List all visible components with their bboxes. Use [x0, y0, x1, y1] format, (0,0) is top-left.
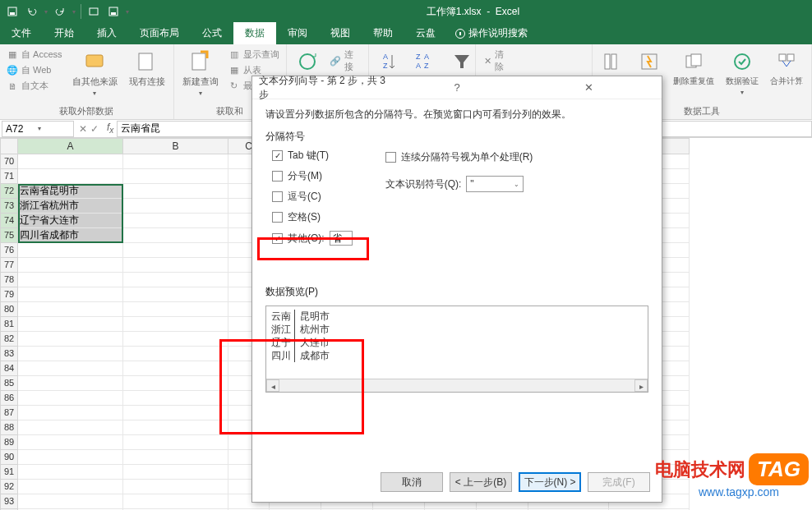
row-header[interactable]: 81 — [0, 317, 18, 332]
svg-rect-4 — [111, 12, 116, 15]
redo-icon[interactable] — [53, 4, 67, 19]
cancel-edit-icon[interactable]: ✕ — [79, 123, 87, 135]
consolidate[interactable]: 合并计算 — [767, 48, 806, 89]
row-header[interactable]: 78 — [0, 273, 18, 287]
undo-icon[interactable] — [25, 4, 39, 19]
chk-tab[interactable]: Tab 键(T) — [272, 149, 353, 163]
row-header[interactable]: 88 — [0, 420, 18, 435]
checkbox-icon — [272, 150, 283, 161]
existing-connections[interactable]: 现有连接 — [126, 48, 168, 90]
from-text[interactable]: 🗎自文本 — [5, 79, 64, 93]
help-button[interactable]: ? — [391, 81, 524, 94]
chk-comma[interactable]: 逗号(C) — [272, 190, 353, 204]
fx-icon[interactable]: fx — [104, 122, 117, 135]
confirm-edit-icon[interactable]: ✓ — [90, 123, 99, 135]
tab-layout[interactable]: 页面布局 — [128, 22, 191, 44]
tab-file[interactable]: 文件 — [0, 22, 43, 44]
tab-insert[interactable]: 插入 — [85, 22, 128, 44]
row-header[interactable]: 72 — [0, 184, 18, 199]
undo-dropdown-icon[interactable]: ▾ — [44, 8, 48, 16]
chk-other[interactable]: 其他(O): — [272, 231, 353, 246]
preview-scrollbar[interactable]: ◂ ▸ — [266, 379, 648, 392]
from-access[interactable]: ▦自 Access — [5, 48, 64, 62]
other-sources[interactable]: 自其他来源▾ — [69, 48, 121, 99]
tab-formulas[interactable]: 公式 — [191, 22, 233, 44]
qat-btn-2[interactable] — [106, 4, 121, 19]
row-headers: 7071727374757677787980818283848586878889… — [0, 138, 18, 510]
row-header[interactable]: 71 — [0, 169, 18, 184]
row-header[interactable]: 77 — [0, 258, 18, 273]
flash-fill[interactable] — [634, 48, 665, 76]
tab-help[interactable]: 帮助 — [362, 22, 404, 44]
sort-az-icon: AZ — [377, 49, 402, 74]
row-header[interactable]: 86 — [0, 391, 18, 406]
svg-rect-22 — [787, 54, 794, 61]
row-header[interactable]: 84 — [0, 361, 18, 376]
title-bar: ▾ ▾ ▾ 工作簿1.xlsx - Excel — [0, 0, 812, 23]
chk-consecutive[interactable]: 连续分隔符号视为单个处理(R) — [385, 150, 533, 164]
web-icon: 🌐 — [7, 65, 18, 76]
text-to-cols[interactable] — [597, 48, 629, 76]
row-header[interactable]: 93 — [0, 494, 18, 509]
select-all-corner[interactable] — [0, 138, 18, 154]
row-header[interactable]: 79 — [0, 287, 18, 302]
row-header[interactable]: 80 — [0, 302, 18, 317]
chk-semicolon[interactable]: 分号(M) — [272, 169, 353, 183]
col-header-B[interactable]: B — [123, 138, 228, 154]
save-icon[interactable] — [5, 4, 20, 19]
remove-duplicates[interactable]: 删除重复值 — [670, 48, 717, 89]
svg-point-20 — [735, 54, 750, 69]
tab-data[interactable]: 数据 — [233, 22, 276, 44]
tab-cloud[interactable]: 云盘 — [404, 22, 447, 44]
other-delimiter-input[interactable] — [330, 231, 353, 246]
row-header[interactable]: 91 — [0, 465, 18, 480]
scroll-right-icon[interactable]: ▸ — [634, 379, 648, 392]
tab-view[interactable]: 视图 — [319, 22, 362, 44]
row-header[interactable]: 73 — [0, 199, 18, 214]
qat-btn-1[interactable] — [86, 4, 101, 19]
data-validation[interactable]: 数据验证▾ — [722, 48, 762, 98]
redo-dropdown-icon[interactable]: ▾ — [72, 8, 76, 16]
qualifier-select[interactable]: "⌄ — [466, 176, 524, 192]
row-header[interactable]: 83 — [0, 347, 18, 361]
tell-me[interactable]: 操作说明搜索 — [447, 22, 536, 44]
svg-rect-16 — [611, 54, 616, 69]
sort-az[interactable]: AZ — [374, 48, 405, 76]
name-box-dropdown-icon[interactable]: ▾ — [38, 125, 70, 132]
close-button[interactable]: ✕ — [523, 81, 655, 94]
row-header[interactable]: 75 — [0, 228, 18, 243]
refresh-all[interactable] — [292, 48, 323, 76]
row-header[interactable]: 85 — [0, 376, 18, 391]
qat-customize-icon[interactable]: ▾ — [126, 8, 129, 16]
next-button[interactable]: 下一步(N) > — [519, 472, 581, 492]
col-header-A[interactable]: A — [18, 138, 123, 154]
cancel-button[interactable]: 取消 — [381, 472, 443, 492]
row-header[interactable]: 74 — [0, 214, 18, 228]
connections[interactable]: 🔗连接 — [328, 48, 363, 74]
watermark-text: 电脑技术网 — [655, 457, 745, 482]
other-sources-icon — [82, 49, 107, 74]
row-header[interactable]: 87 — [0, 406, 18, 420]
refresh-icon — [295, 49, 320, 74]
show-query[interactable]: ▥显示查询 — [227, 48, 281, 62]
back-button[interactable]: < 上一步(B) — [450, 472, 512, 492]
row-header[interactable]: 89 — [0, 435, 18, 450]
new-query[interactable]: 新建查询▾ — [179, 48, 222, 99]
sort-dialog[interactable]: ZAAZ — [410, 48, 441, 76]
row-header[interactable]: 82 — [0, 332, 18, 347]
chk-space[interactable]: 空格(S) — [272, 210, 353, 224]
row-header[interactable]: 90 — [0, 450, 18, 465]
row-header[interactable]: 92 — [0, 480, 18, 494]
from-web[interactable]: 🌐自 Web — [5, 63, 64, 77]
dialog-intro: 请设置分列数据所包含的分隔符号。在预览窗口内可看到分列的效果。 — [265, 108, 648, 122]
row-header[interactable]: 70 — [0, 154, 18, 169]
scroll-left-icon[interactable]: ◂ — [266, 379, 279, 392]
from-table-icon: ▦ — [228, 65, 240, 76]
tab-review[interactable]: 审阅 — [276, 22, 319, 44]
row-header[interactable]: 76 — [0, 243, 18, 258]
access-icon: ▦ — [7, 49, 18, 61]
filter[interactable] — [446, 48, 478, 76]
name-box[interactable]: A72▾ — [2, 121, 74, 137]
svg-text:A: A — [424, 53, 429, 61]
tab-home[interactable]: 开始 — [43, 22, 85, 44]
